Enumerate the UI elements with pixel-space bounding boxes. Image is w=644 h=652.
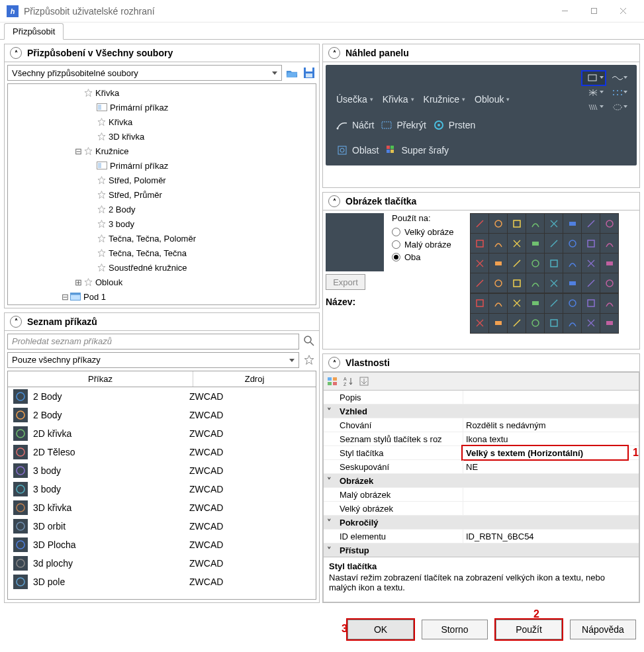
palette-icon[interactable] — [508, 254, 526, 273]
palette-icon[interactable] — [600, 254, 618, 273]
palette-icon[interactable] — [489, 254, 507, 273]
section-header-properties[interactable]: ˄ Vlastnosti — [323, 354, 639, 372]
tree-node[interactable]: Primární příkaz — [8, 158, 316, 173]
ribbon-category[interactable]: Kružnice▾ — [424, 94, 465, 105]
tree-node[interactable]: Křivka — [8, 115, 316, 129]
property-group[interactable]: ˅Obrázek — [324, 474, 639, 488]
palette-icon[interactable] — [582, 294, 600, 313]
tree-node[interactable]: Střed, Poloměr — [8, 173, 316, 187]
palette-icon[interactable] — [563, 254, 581, 273]
command-row[interactable]: 2D TělesoZWCAD — [8, 443, 316, 461]
ribbon-tool-icon[interactable] — [582, 101, 605, 114]
palette-icon[interactable] — [545, 254, 563, 273]
palette-icon[interactable] — [471, 294, 488, 313]
command-row[interactable]: 2D křivkaZWCAD — [8, 424, 316, 443]
column-header-command[interactable]: Příkaz — [8, 371, 193, 387]
tree-node[interactable]: ⊟Řádky 1 — [8, 304, 316, 305]
radio-large-image[interactable]: Velký obráze — [392, 227, 465, 237]
open-file-icon[interactable] — [285, 66, 299, 80]
palette-icon[interactable] — [508, 214, 526, 233]
search-icon[interactable] — [302, 334, 316, 348]
file-filter-combo[interactable]: Všechny přizpůsobitelné soubory — [7, 65, 282, 81]
palette-icon[interactable] — [563, 234, 581, 253]
property-value[interactable] — [463, 488, 639, 501]
palette-icon[interactable] — [545, 214, 563, 233]
save-file-icon[interactable] — [302, 66, 316, 80]
export-button[interactable]: Export — [326, 274, 365, 290]
palette-icon[interactable] — [489, 294, 507, 313]
command-row[interactable]: 2 BodyZWCAD — [8, 406, 316, 424]
palette-icon[interactable] — [526, 234, 544, 253]
palette-icon[interactable] — [489, 273, 507, 293]
property-value[interactable]: NE — [463, 460, 639, 473]
palette-icon[interactable] — [600, 234, 618, 253]
property-value[interactable]: Velký s textem (Horizontální) — [463, 446, 627, 459]
tree-node[interactable]: Křivka — [8, 85, 316, 100]
section-header-preview[interactable]: ˄ Náhled panelu — [323, 44, 639, 62]
tree-node[interactable]: ⊟Kružnice — [8, 144, 316, 158]
palette-icon[interactable] — [600, 214, 618, 233]
tree-node[interactable]: Tečna, Tečna, Poloměr — [8, 231, 316, 246]
section-header-button-image[interactable]: ˄ Obrázek tlačítka — [323, 193, 639, 210]
command-row[interactable]: 3D PlochaZWCAD — [8, 536, 316, 554]
ribbon-tool-icon[interactable] — [582, 71, 605, 85]
property-value[interactable] — [463, 502, 639, 515]
palette-icon[interactable] — [582, 234, 600, 253]
palette-icon[interactable] — [600, 273, 618, 293]
palette-icon[interactable] — [526, 273, 544, 293]
customization-tree[interactable]: KřivkaPrimární příkazKřivka3D křivka⊟Kru… — [7, 83, 316, 305]
ribbon-category[interactable]: Oblouk▾ — [475, 94, 510, 105]
cancel-button[interactable]: Storno — [422, 620, 488, 639]
tree-node[interactable]: Tečna, Tečna, Tečna — [8, 246, 316, 260]
property-row[interactable]: Styl tlačítkaVelký s textem (Horizontáln… — [324, 446, 639, 460]
property-row[interactable]: SeskupováníNE — [324, 460, 639, 474]
property-group[interactable]: ˅Vzhled — [324, 404, 639, 418]
palette-icon[interactable] — [526, 214, 544, 233]
close-icon[interactable] — [608, 2, 637, 21]
apply-button[interactable]: Použít — [496, 620, 562, 639]
ribbon-item[interactable]: Super šrafy — [385, 144, 449, 156]
categorize-icon[interactable] — [325, 374, 340, 389]
command-row[interactable]: 3d plochyZWCAD — [8, 554, 316, 573]
tree-node[interactable]: 2 Body — [8, 202, 316, 216]
tree-node[interactable]: 3D křivka — [8, 129, 316, 144]
palette-icon[interactable] — [582, 254, 600, 273]
search-input[interactable] — [7, 334, 299, 349]
property-grid[interactable]: Popis˅VzhledChováníRozdělit s nedávnýmSe… — [323, 390, 639, 557]
tree-node[interactable]: ⊟Pod 1 — [8, 289, 316, 304]
maximize-icon[interactable] — [579, 2, 608, 21]
favorite-filter-icon[interactable] — [302, 353, 316, 367]
property-value[interactable]: Rozdělit s nedávným — [463, 418, 639, 432]
palette-icon[interactable] — [526, 294, 544, 313]
icon-palette[interactable] — [470, 213, 619, 334]
command-row[interactable]: 3D poleZWCAD — [8, 573, 316, 591]
tree-node[interactable]: Střed, Průměr — [8, 187, 316, 202]
property-row[interactable]: ChováníRozdělit s nedávným — [324, 418, 639, 432]
palette-icon[interactable] — [526, 314, 544, 333]
command-row[interactable]: 3D křivkaZWCAD — [8, 498, 316, 517]
palette-icon[interactable] — [563, 214, 581, 233]
palette-icon[interactable] — [489, 234, 507, 253]
command-row[interactable]: 3D orbitZWCAD — [8, 517, 316, 536]
ribbon-category[interactable]: Úsečka▾ — [336, 94, 373, 105]
ribbon-category[interactable]: Křivka▾ — [383, 94, 414, 105]
palette-icon[interactable] — [545, 234, 563, 253]
command-filter-combo[interactable]: Pouze všechny příkazy — [7, 352, 299, 368]
palette-icon[interactable] — [471, 314, 488, 333]
palette-icon[interactable] — [545, 273, 563, 293]
palette-icon[interactable] — [489, 214, 507, 233]
palette-icon[interactable] — [545, 314, 563, 333]
tree-node[interactable]: Soustředné kružnice — [8, 260, 316, 275]
command-row[interactable]: 3 bodyZWCAD — [8, 461, 316, 480]
palette-icon[interactable] — [508, 294, 526, 313]
ok-button[interactable]: OK — [347, 620, 414, 639]
property-value[interactable]: ID_RBTN_6BC54 — [463, 530, 639, 543]
ribbon-item[interactable]: Prsten — [433, 119, 475, 131]
palette-icon[interactable] — [508, 273, 526, 293]
radio-small-image[interactable]: Malý obráze — [392, 240, 465, 250]
ribbon-item[interactable]: Náčrt — [336, 119, 374, 131]
ribbon-tool-icon[interactable] — [606, 101, 629, 114]
palette-icon[interactable] — [471, 273, 488, 293]
property-row[interactable]: Popis — [324, 391, 639, 404]
palette-icon[interactable] — [508, 314, 526, 333]
